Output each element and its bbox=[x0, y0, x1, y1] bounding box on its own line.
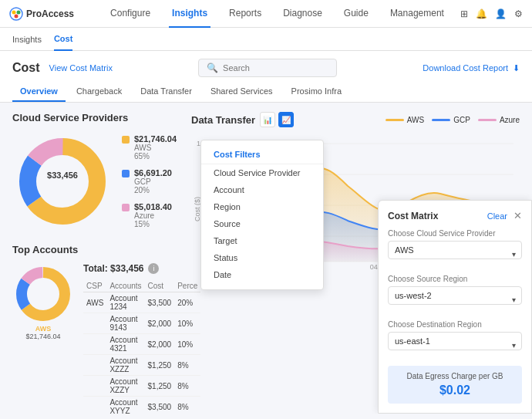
cell-csp bbox=[83, 397, 106, 414]
download-label: Download Cost Report bbox=[423, 63, 508, 73]
search-icon: 🔍 bbox=[207, 63, 218, 73]
total-label: Total: $33,456 bbox=[83, 263, 143, 274]
filter-status[interactable]: Status bbox=[201, 249, 323, 266]
charge-box: Data Egress Charge per GB $0.02 bbox=[388, 366, 522, 404]
aws-pct: AWS bbox=[134, 144, 177, 152]
chart-legend: AWS GCP Azure bbox=[386, 116, 520, 124]
legend-gcp-item: GCP bbox=[432, 116, 470, 124]
bottom-section: AWS $21,746.04 Total: $33,456 i CSP Acco… bbox=[12, 263, 182, 414]
csp-select-wrapper: AWS GCP Azure bbox=[388, 241, 522, 267]
brand-logo-area: ProAccess bbox=[9, 7, 79, 21]
legend-aws-item: AWS bbox=[386, 116, 424, 124]
small-donut-csp-value: $21,746.04 bbox=[25, 333, 60, 340]
filter-target[interactable]: Target bbox=[201, 232, 323, 249]
cell-account: Account 1234 bbox=[106, 292, 144, 313]
nav-management[interactable]: Management bbox=[387, 0, 447, 28]
cell-cost: $2,000 bbox=[145, 334, 175, 355]
chart-title-row: Data Transfer 📊 📈 bbox=[191, 112, 294, 127]
charge-value: $0.02 bbox=[394, 384, 516, 397]
legend-gcp: $6,691.20 GCP 20% bbox=[122, 168, 177, 194]
tab-overview[interactable]: Overview bbox=[12, 82, 66, 102]
grid-icon[interactable]: ⊞ bbox=[460, 8, 468, 19]
aws-legend-color bbox=[386, 119, 404, 121]
sub-nav-cost[interactable]: Cost bbox=[54, 28, 72, 51]
gcp-color-dot bbox=[122, 170, 130, 177]
legend-aws: $21,746.04 AWS 65% bbox=[122, 134, 177, 161]
tab-data-transfer[interactable]: Data Transfer bbox=[133, 82, 200, 102]
nav-guide[interactable]: Guide bbox=[341, 0, 372, 28]
legend-azure-item: Azure bbox=[478, 116, 520, 124]
nav-configure[interactable]: Configure bbox=[107, 0, 153, 28]
cost-matrix-close-button[interactable]: ✕ bbox=[513, 210, 522, 221]
filter-source[interactable]: Source bbox=[201, 215, 323, 232]
aws-value: $21,746.04 bbox=[134, 134, 177, 144]
col-csp: CSP bbox=[83, 280, 106, 292]
cost-matrix-title: Cost Matrix bbox=[388, 211, 438, 221]
donut-legend: $21,746.04 AWS 65% $6,691.20 GCP 20% bbox=[122, 134, 177, 228]
small-donut-csp-label: AWS bbox=[35, 325, 52, 333]
azure-legend-text: $5,018.40 Azure 15% bbox=[134, 202, 172, 228]
csp-label: Choose Cloud Service Provider bbox=[388, 229, 522, 238]
cell-account: Account XZZZ bbox=[106, 355, 144, 376]
gcp-legend-text: $6,691.20 GCP 20% bbox=[134, 168, 172, 194]
filter-date[interactable]: Date bbox=[201, 266, 323, 283]
azure-pct: Azure bbox=[134, 211, 172, 220]
gcp-legend-label: GCP bbox=[453, 116, 470, 124]
main-content: Cloud Service Providers $33,456 bbox=[0, 103, 532, 414]
source-region-select-wrapper: us-west-2 us-east-1 bbox=[388, 286, 522, 313]
cell-cost: $1,250 bbox=[145, 355, 175, 376]
tab-chargeback[interactable]: Chargeback bbox=[69, 82, 130, 102]
chart-icons: 📊 📈 bbox=[260, 112, 294, 127]
download-cost-report-button[interactable]: Download Cost Report ⬇ bbox=[423, 63, 520, 73]
cell-csp bbox=[83, 376, 106, 397]
search-input[interactable] bbox=[223, 63, 329, 73]
bar-chart-icon-btn[interactable]: 📊 bbox=[260, 112, 275, 127]
chart-header: Data Transfer 📊 📈 AWS GCP Azure bbox=[191, 112, 520, 127]
gcp-pct: GCP bbox=[134, 177, 172, 186]
small-donut-area: AWS $21,746.04 bbox=[12, 263, 74, 340]
col-cost: Cost bbox=[145, 280, 175, 292]
gcp-percent: 20% bbox=[134, 186, 172, 194]
cell-csp: AWS bbox=[83, 292, 106, 313]
line-chart-icon-btn[interactable]: 📈 bbox=[278, 112, 294, 127]
azure-value: $5,018.40 bbox=[134, 202, 172, 211]
sub-nav-insights[interactable]: Insights bbox=[12, 28, 42, 51]
cell-account: Account 9143 bbox=[106, 313, 144, 334]
aws-legend-text: $21,746.04 AWS 65% bbox=[134, 134, 177, 161]
aws-legend-label: AWS bbox=[407, 116, 424, 124]
bell-icon[interactable]: 🔔 bbox=[476, 8, 487, 19]
dest-region-label: Choose Destination Region bbox=[388, 320, 522, 329]
tab-shared-services[interactable]: Shared Services bbox=[203, 82, 281, 102]
svg-point-3 bbox=[15, 14, 19, 18]
nav-reports[interactable]: Reports bbox=[226, 0, 264, 28]
nav-insights[interactable]: Insights bbox=[169, 0, 210, 28]
cost-matrix-actions: Clear ✕ bbox=[487, 210, 522, 221]
svg-point-2 bbox=[17, 10, 21, 14]
filter-region[interactable]: Region bbox=[201, 198, 323, 215]
cell-cost: $2,000 bbox=[145, 313, 175, 334]
cost-matrix-clear-button[interactable]: Clear bbox=[487, 211, 507, 221]
sub-navigation: Insights Cost bbox=[0, 28, 532, 51]
user-icon[interactable]: 👤 bbox=[495, 8, 507, 19]
source-region-label: Choose Source Region bbox=[388, 275, 522, 283]
cell-account: Account 4321 bbox=[106, 334, 144, 355]
filter-account[interactable]: Account bbox=[201, 181, 323, 198]
nav-utility-icons: ⊞ 🔔 👤 ⚙ bbox=[460, 8, 523, 19]
donut-chart-container: $33,456 $21,746.04 AWS 65% bbox=[12, 131, 182, 231]
svg-point-0 bbox=[10, 8, 22, 20]
source-region-select[interactable]: us-west-2 us-east-1 bbox=[388, 286, 522, 305]
top-navigation: ProAccess Configure Insights Reports Dia… bbox=[0, 0, 532, 28]
search-bar: 🔍 bbox=[198, 59, 337, 77]
nav-diagnose[interactable]: Diagnose bbox=[280, 0, 325, 28]
settings-icon[interactable]: ⚙ bbox=[514, 8, 523, 19]
csp-select[interactable]: AWS GCP Azure bbox=[388, 241, 522, 259]
tab-prosimo-infra[interactable]: Prosimo Infra bbox=[284, 82, 349, 102]
filter-csp[interactable]: Cloud Service Provider bbox=[201, 164, 323, 181]
cell-cost: $1,250 bbox=[145, 376, 175, 397]
view-cost-matrix-link[interactable]: View Cost Matrix bbox=[49, 63, 113, 73]
cell-cost: $3,500 bbox=[145, 292, 175, 313]
donut-chart: $33,456 bbox=[12, 131, 113, 231]
info-icon[interactable]: i bbox=[148, 263, 159, 274]
tabs-row: Overview Chargeback Data Transfer Shared… bbox=[0, 82, 532, 103]
dest-region-select[interactable]: us-east-1 us-west-2 bbox=[388, 332, 522, 350]
